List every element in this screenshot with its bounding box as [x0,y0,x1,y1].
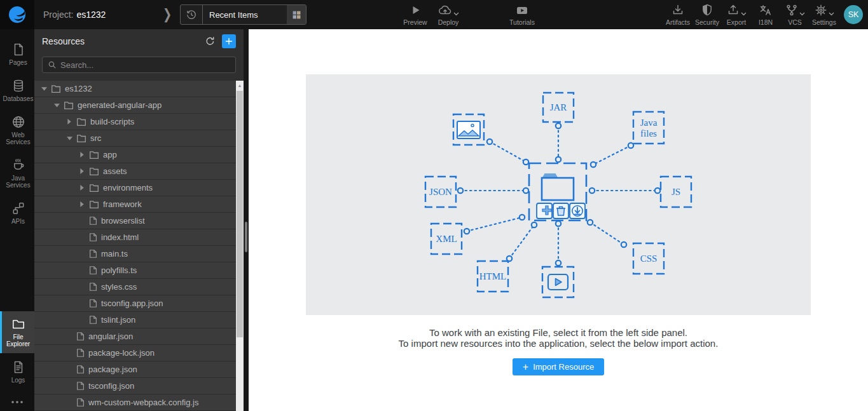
play-icon [409,4,422,17]
sidebar-item-java-services[interactable]: Java Services [0,152,34,194]
tree-file-icon [77,332,84,340]
user-avatar[interactable]: SK [844,5,863,24]
tree-label: framework [103,199,142,209]
tree-row-assets[interactable]: assets [34,163,236,180]
refresh-icon[interactable] [205,36,216,46]
tree-folder-icon [90,151,99,159]
tree-row-build-scripts[interactable]: build-scripts [34,114,236,130]
globe-icon [11,115,25,129]
caret-right-icon [79,185,85,191]
tree-folder-icon [90,184,99,192]
tree-row-package-lock-json[interactable]: package-lock.json [34,345,236,361]
search-box[interactable] [42,57,236,73]
sidebar: PagesDatabasesWeb ServicesJava ServicesA… [0,29,34,411]
topbar-action-label: Settings [812,18,836,26]
topbar-action-label: VCS [788,18,802,26]
recent-items-dropdown[interactable]: Recent Items [180,4,307,25]
node-label-java-1: Java [640,118,658,128]
sidebar-item-label: Databases [3,95,34,102]
caret-right-icon [66,119,72,125]
tree-row-tslint-json[interactable]: tslint.json [34,312,236,328]
tree-folder-icon [77,118,86,126]
resources-panel: Resources [34,29,244,411]
tree-row-angular-json[interactable]: angular.json [34,328,236,345]
caret-down-icon [53,104,60,107]
tree-label: es1232 [65,84,92,93]
tree-row-src[interactable]: src [34,130,236,147]
delete-file-icon[interactable] [556,207,565,216]
tree-scrollbar-thumb[interactable] [237,91,243,337]
project-info: Project: es1232 [43,0,106,29]
tree-row-app[interactable]: app [34,147,236,163]
tree-row-main-ts[interactable]: main.ts [34,246,236,262]
topbar-action-label: Export [727,18,746,26]
topbar-action-settings[interactable]: Settings [809,0,839,29]
topbar-action-security[interactable]: Security [692,0,722,29]
tree-label: environments [103,183,153,192]
shield-icon [701,4,713,17]
tree-file-icon [90,233,97,241]
add-resource-button[interactable] [222,34,236,48]
panel-dark-scrollbar[interactable] [244,29,249,411]
video-file-icon [548,274,568,290]
sidebar-item-databases[interactable]: Databases [0,73,34,108]
sidebar-item-pages[interactable]: Pages [0,37,34,72]
topbar-action-label: I18N [759,18,773,26]
sidebar-more-button[interactable] [0,391,34,411]
wavemaker-logo[interactable] [0,0,34,29]
topbar-action-export[interactable]: Export [722,0,751,29]
topbar-action-deploy[interactable]: Deploy [434,0,463,29]
tree-row-tsconfig-json[interactable]: tsconfig.json [34,378,236,394]
tree-row-package-json[interactable]: package.json [34,361,236,378]
tree-row-browserslist[interactable]: browserslist [34,213,236,229]
tree-file-icon [77,398,84,407]
scroll-up-icon[interactable]: ▲ [236,81,244,90]
tree-row-styles-css[interactable]: styles.css [34,279,236,295]
sidebar-item-apis[interactable]: APIs [0,196,34,231]
chevron-right-icon[interactable]: ❯ [163,6,172,23]
tree-row-framework[interactable]: framework [34,196,236,213]
tree-file-icon [90,299,97,307]
tree-label: browserslist [101,216,145,226]
node-label-js: JS [672,187,680,197]
tree-label: tslint.json [101,315,135,325]
image-file-icon [457,121,480,138]
node-label-xml: XML [436,234,457,244]
resources-header: Resources [34,29,244,53]
search-wrap [34,53,244,79]
instructions-line-1: To work with an existing File, select it… [249,327,868,338]
topbar-action-label: Artifacts [666,18,690,26]
import-resource-button[interactable]: + Import Resource [513,358,604,375]
topbar-action-i18n[interactable]: I18N [751,0,780,29]
tree-row-tsconfig-app-json[interactable]: tsconfig.app.json [34,295,236,312]
panel-dark-scrollbar-thumb[interactable] [245,222,247,252]
topbar-action-preview[interactable]: Preview [401,0,430,29]
tree-label: styles.css [101,282,137,292]
database-icon [11,79,25,93]
sidebar-item-web-services[interactable]: Web Services [0,109,34,151]
tree-row-index-html[interactable]: index.html [34,229,236,246]
search-input[interactable] [60,60,230,70]
sidebar-item-file-explorer[interactable]: File Explorer [0,311,34,353]
grid-icon[interactable] [287,5,306,24]
tree-row-wm-custom-webpack-config-js[interactable]: wm-custom-webpack.config.js [34,394,236,411]
chevron-down-icon [829,12,834,16]
topbar-action-vcs[interactable]: VCS [780,0,809,29]
tree-row-generated-angular-app[interactable]: generated-angular-app [34,97,236,114]
import-diagram-svg: JAR Java files JSON JS XML CSS HTML [306,74,811,315]
sidebar-item-label: Logs [3,377,34,384]
topbar-action-artifacts[interactable]: Artifacts [663,0,692,29]
tree-scrollbar[interactable]: ▲ [236,81,244,411]
tree-row-es1232[interactable]: es1232 [34,81,236,97]
caret-right-icon [79,201,85,207]
tree-row-polyfills-ts[interactable]: polyfills.ts [34,262,236,279]
tree-row-environments[interactable]: environments [34,180,236,196]
dots-icon [10,400,24,405]
topbar-action-tutorials[interactable]: Tutorials [507,0,537,29]
caret-right-icon [79,168,85,174]
sidebar-item-logs[interactable]: Logs [0,354,34,389]
plus-icon: + [523,362,528,372]
chevron-down-icon [453,12,459,16]
tree-file-icon [90,283,97,291]
search-icon [48,60,57,69]
